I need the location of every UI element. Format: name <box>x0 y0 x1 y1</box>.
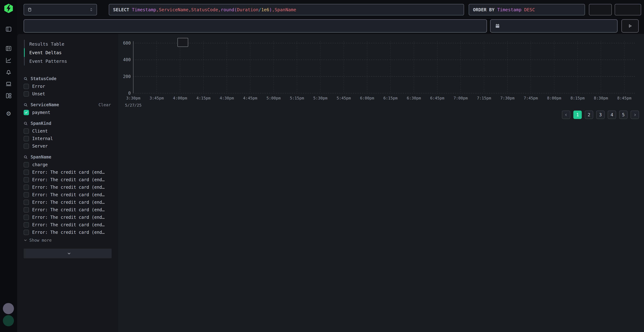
svg-text:6:15pm: 6:15pm <box>383 96 398 100</box>
filters-panel: Results TableEvent DeltasEvent Patterns … <box>17 34 118 332</box>
page-button-2[interactable]: 2 <box>585 110 593 119</box>
filter-option-label: Error: The credit card (end… <box>32 177 105 182</box>
checkbox-unchecked[interactable] <box>24 177 29 182</box>
dashboards-icon[interactable] <box>5 92 12 99</box>
page-button-1[interactable]: 1 <box>573 110 582 119</box>
checkbox-unchecked[interactable] <box>24 222 29 228</box>
sql-token: ( <box>234 7 237 12</box>
svg-text:4:30pm: 4:30pm <box>220 96 234 100</box>
laptop-icon[interactable] <box>5 80 12 87</box>
svg-text:6:30pm: 6:30pm <box>407 96 421 100</box>
sql-token: , <box>218 7 221 12</box>
checkbox-unchecked[interactable] <box>24 192 29 198</box>
filter-option[interactable]: Error: The credit card (end… <box>17 191 118 198</box>
language-toggle[interactable] <box>478 19 482 32</box>
filter-option-label: Error: The credit card (end… <box>32 215 105 220</box>
checkbox-checked[interactable] <box>24 110 29 115</box>
save-button[interactable] <box>589 4 612 16</box>
filter-group-header: SpanName <box>23 154 111 160</box>
sql-token: StatusCode <box>191 7 218 12</box>
filter-option[interactable]: Client <box>17 127 118 135</box>
filter-option-label: charge <box>32 162 48 167</box>
checkbox-unchecked[interactable] <box>24 144 29 149</box>
sidebar-toggle-icon[interactable] <box>5 26 12 32</box>
filter-option[interactable]: Error: The credit card (end… <box>17 221 118 228</box>
sql-token: , <box>272 7 274 12</box>
checkbox-unchecked[interactable] <box>24 162 29 168</box>
filter-option[interactable]: Error: The credit card (end… <box>17 198 118 206</box>
search-input[interactable] <box>24 19 487 32</box>
svg-text:4:15pm: 4:15pm <box>196 96 210 100</box>
nav-rail: ⚙ <box>0 0 17 332</box>
checkbox-unchecked[interactable] <box>24 207 29 212</box>
page-button-4[interactable]: 4 <box>608 110 616 119</box>
pagination: 12345 <box>562 110 639 119</box>
checkbox-unchecked[interactable] <box>24 230 29 235</box>
bell-icon[interactable] <box>5 69 12 76</box>
checkbox-unchecked[interactable] <box>24 200 29 205</box>
filter-option-label: Client <box>32 128 48 134</box>
filter-option[interactable]: Unset <box>17 90 118 98</box>
run-query-button[interactable] <box>622 19 639 32</box>
page-prev-button[interactable] <box>562 110 570 119</box>
page-next-button[interactable] <box>630 110 639 119</box>
filter-option[interactable]: Error: The credit card (end… <box>17 214 118 221</box>
more-filters-button[interactable] <box>24 249 112 258</box>
help-button[interactable] <box>3 303 14 314</box>
svg-text:7:00pm: 7:00pm <box>454 96 468 100</box>
search-icon[interactable] <box>23 155 28 160</box>
checkbox-unchecked[interactable] <box>24 91 29 96</box>
alerts-button[interactable] <box>615 4 641 16</box>
app-logo[interactable] <box>4 4 14 13</box>
checkbox-unchecked[interactable] <box>24 136 29 141</box>
checkbox-unchecked[interactable] <box>24 184 29 190</box>
checkbox-unchecked[interactable] <box>24 84 29 89</box>
sql-token: / <box>258 7 261 12</box>
svg-text:8:45pm: 8:45pm <box>617 96 631 100</box>
filter-group-header: StatusCode <box>23 76 111 81</box>
filter-option[interactable]: Error: The credit card (end… <box>17 184 118 191</box>
filter-group-spankind: SpanKindClientInternalServer <box>17 121 118 150</box>
filter-option[interactable]: Error: The credit card (end… <box>17 176 118 184</box>
date-range-picker[interactable] <box>490 19 618 32</box>
orderby-input[interactable]: ORDER BY Timestamp DESC <box>469 4 585 16</box>
filter-option[interactable]: payment <box>17 109 118 116</box>
search-icon[interactable] <box>23 102 28 107</box>
sql-token: 1e6 <box>261 7 269 12</box>
filter-option[interactable]: Error: The credit card (end… <box>17 206 118 214</box>
page-button-5[interactable]: 5 <box>619 110 628 119</box>
filter-option[interactable]: Error <box>17 83 118 90</box>
checkbox-unchecked[interactable] <box>24 170 29 175</box>
filter-option[interactable]: charge <box>17 161 118 168</box>
checkbox-unchecked[interactable] <box>24 215 29 220</box>
sql-token: ORDER BY <box>473 7 497 12</box>
analysis-mode-event-deltas[interactable]: Event Deltas <box>24 48 118 57</box>
clear-filter[interactable]: Clear <box>98 102 111 107</box>
chart-icon[interactable] <box>5 57 12 64</box>
logs-icon[interactable] <box>5 45 12 52</box>
gear-icon[interactable]: ⚙ <box>5 110 12 117</box>
user-avatar[interactable] <box>3 315 14 326</box>
filter-option-label: Error <box>32 84 45 89</box>
search-icon[interactable] <box>23 76 28 81</box>
analysis-mode-event-patterns[interactable]: Event Patterns <box>24 57 118 66</box>
filter-option[interactable]: Error: The credit card (end… <box>17 168 118 176</box>
filter-field-name: ServiceName <box>30 102 59 107</box>
svg-text:3:45pm: 3:45pm <box>150 96 164 100</box>
filter-option[interactable]: Internal <box>17 135 118 142</box>
filter-by-selection-button[interactable] <box>178 38 188 47</box>
checkbox-unchecked[interactable] <box>24 128 29 134</box>
filter-option-label: Error: The credit card (end… <box>32 207 105 212</box>
analysis-mode-results-table[interactable]: Results Table <box>24 40 118 48</box>
page-button-3[interactable]: 3 <box>596 110 605 119</box>
events-heatmap[interactable]: 3:30pm5/27/253:45pm4:00pm4:15pm4:30pm4:4… <box>118 34 644 111</box>
show-more-button[interactable]: Show more <box>23 238 118 242</box>
source-select[interactable] <box>24 4 97 16</box>
filter-option[interactable]: Error: The credit card (end… <box>17 228 118 236</box>
search-icon[interactable] <box>23 121 28 126</box>
sql-token: ServiceName <box>159 7 188 12</box>
filter-option[interactable]: Server <box>17 142 118 150</box>
filter-option-label: Error: The credit card (end… <box>32 230 105 235</box>
select-query-input[interactable]: SELECT Timestamp,ServiceName,StatusCode,… <box>109 4 464 16</box>
svg-text:3:30pm: 3:30pm <box>126 96 140 100</box>
